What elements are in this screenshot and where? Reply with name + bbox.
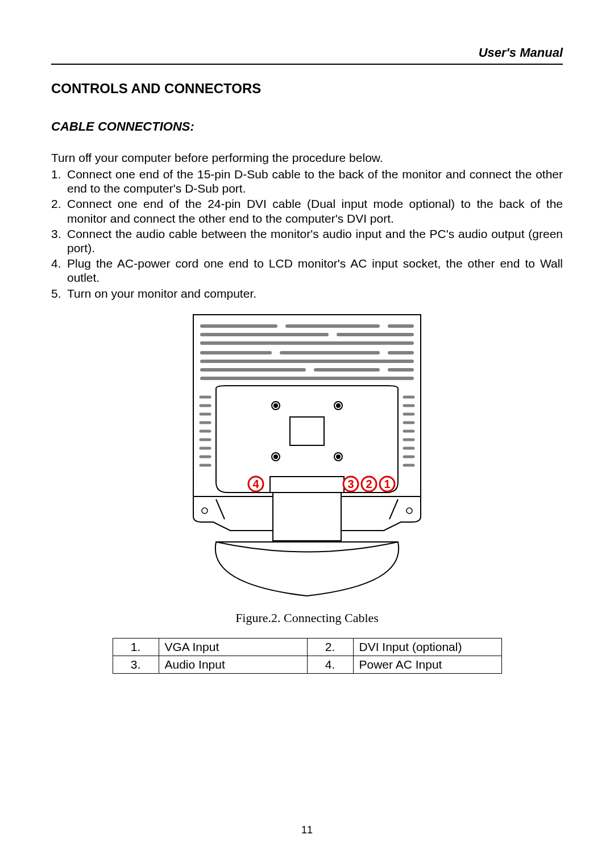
cell-num: 3. [113, 656, 159, 673]
step-item: Connect one end of the 15-pin D-Sub cabl… [51, 167, 563, 195]
step-item: Turn on your monitor and computer. [51, 286, 563, 301]
header-label: User's Manual [51, 45, 563, 65]
callout-3: 3 [347, 478, 354, 490]
cell-num: 1. [113, 638, 159, 656]
intro-text: Turn off your computer before performing… [51, 151, 563, 165]
svg-point-34 [274, 404, 277, 407]
figure-caption: Figure.2. Connecting Cables [51, 611, 563, 625]
svg-point-36 [337, 404, 340, 407]
steps-list: Connect one end of the 15-pin D-Sub cabl… [51, 167, 563, 301]
figure-monitor-back: 4 3 2 1 [51, 312, 563, 602]
callout-4: 4 [252, 478, 259, 490]
table-row: 1. VGA Input 2. DVI Input (optional) [113, 638, 501, 656]
manual-page: User's Manual CONTROLS AND CONNECTORS CA… [0, 0, 614, 868]
step-item: Plug the AC-power cord one end to LCD mo… [51, 256, 563, 285]
connectors-table: 1. VGA Input 2. DVI Input (optional) 3. … [113, 638, 502, 674]
svg-rect-41 [290, 417, 324, 445]
step-item: Connect one end of the 24-pin DVI cable … [51, 197, 563, 225]
svg-point-40 [337, 455, 340, 458]
page-number: 11 [0, 824, 614, 836]
step-item: Connect the audio cable between the moni… [51, 227, 563, 255]
cell-label: VGA Input [159, 638, 307, 656]
table-row: 3. Audio Input 4. Power AC Input [113, 656, 501, 673]
cell-num: 4. [307, 656, 353, 673]
cell-label: Audio Input [159, 656, 307, 673]
callout-2: 2 [366, 478, 372, 490]
callout-1: 1 [384, 478, 390, 490]
cell-label: Power AC Input [353, 656, 501, 673]
cell-label: DVI Input (optional) [353, 638, 501, 656]
svg-rect-42 [270, 477, 344, 493]
svg-point-38 [274, 455, 277, 458]
cell-num: 2. [307, 638, 353, 656]
svg-rect-47 [273, 493, 341, 541]
section-title: CONTROLS AND CONNECTORS [51, 81, 563, 97]
subsection-title: CABLE CONNECTIONS: [51, 119, 563, 134]
monitor-back-diagram-icon: 4 3 2 1 [185, 312, 429, 602]
